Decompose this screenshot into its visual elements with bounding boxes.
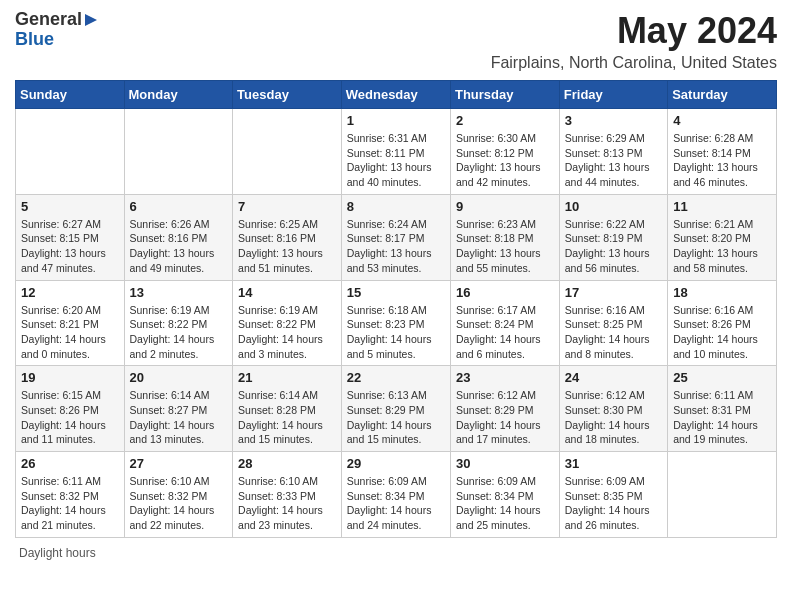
calendar-day-cell: 19Sunrise: 6:15 AMSunset: 8:26 PMDayligh…: [16, 366, 125, 452]
day-number: 6: [130, 199, 228, 214]
calendar-day-cell: 26Sunrise: 6:11 AMSunset: 8:32 PMDayligh…: [16, 452, 125, 538]
daylight-label: Daylight hours: [19, 546, 96, 560]
day-info: Sunrise: 6:14 AMSunset: 8:28 PMDaylight:…: [238, 388, 336, 447]
col-monday: Monday: [124, 81, 233, 109]
day-number: 2: [456, 113, 554, 128]
title-block: May 2024 Fairplains, North Carolina, Uni…: [491, 10, 777, 72]
day-info: Sunrise: 6:12 AMSunset: 8:29 PMDaylight:…: [456, 388, 554, 447]
logo-blue: Blue: [15, 29, 54, 49]
calendar-day-cell: 6Sunrise: 6:26 AMSunset: 8:16 PMDaylight…: [124, 194, 233, 280]
calendar-day-cell: 1Sunrise: 6:31 AMSunset: 8:11 PMDaylight…: [341, 109, 450, 195]
calendar-day-cell: 9Sunrise: 6:23 AMSunset: 8:18 PMDaylight…: [450, 194, 559, 280]
day-info: Sunrise: 6:18 AMSunset: 8:23 PMDaylight:…: [347, 303, 445, 362]
day-number: 24: [565, 370, 662, 385]
day-info: Sunrise: 6:26 AMSunset: 8:16 PMDaylight:…: [130, 217, 228, 276]
day-number: 16: [456, 285, 554, 300]
day-info: Sunrise: 6:15 AMSunset: 8:26 PMDaylight:…: [21, 388, 119, 447]
logo-icon: [83, 12, 99, 28]
day-number: 15: [347, 285, 445, 300]
calendar-day-cell: 17Sunrise: 6:16 AMSunset: 8:25 PMDayligh…: [559, 280, 667, 366]
calendar-week-row: 5Sunrise: 6:27 AMSunset: 8:15 PMDaylight…: [16, 194, 777, 280]
calendar-day-cell: 13Sunrise: 6:19 AMSunset: 8:22 PMDayligh…: [124, 280, 233, 366]
calendar-header-row: Sunday Monday Tuesday Wednesday Thursday…: [16, 81, 777, 109]
calendar-day-cell: 16Sunrise: 6:17 AMSunset: 8:24 PMDayligh…: [450, 280, 559, 366]
calendar-day-cell: [233, 109, 342, 195]
day-info: Sunrise: 6:14 AMSunset: 8:27 PMDaylight:…: [130, 388, 228, 447]
col-thursday: Thursday: [450, 81, 559, 109]
day-number: 19: [21, 370, 119, 385]
day-info: Sunrise: 6:24 AMSunset: 8:17 PMDaylight:…: [347, 217, 445, 276]
day-info: Sunrise: 6:11 AMSunset: 8:32 PMDaylight:…: [21, 474, 119, 533]
calendar-day-cell: 12Sunrise: 6:20 AMSunset: 8:21 PMDayligh…: [16, 280, 125, 366]
calendar-table: Sunday Monday Tuesday Wednesday Thursday…: [15, 80, 777, 538]
calendar-day-cell: 11Sunrise: 6:21 AMSunset: 8:20 PMDayligh…: [668, 194, 777, 280]
day-info: Sunrise: 6:12 AMSunset: 8:30 PMDaylight:…: [565, 388, 662, 447]
day-info: Sunrise: 6:27 AMSunset: 8:15 PMDaylight:…: [21, 217, 119, 276]
day-info: Sunrise: 6:21 AMSunset: 8:20 PMDaylight:…: [673, 217, 771, 276]
calendar-day-cell: 10Sunrise: 6:22 AMSunset: 8:19 PMDayligh…: [559, 194, 667, 280]
day-number: 13: [130, 285, 228, 300]
calendar-day-cell: 31Sunrise: 6:09 AMSunset: 8:35 PMDayligh…: [559, 452, 667, 538]
calendar-day-cell: 24Sunrise: 6:12 AMSunset: 8:30 PMDayligh…: [559, 366, 667, 452]
calendar-day-cell: 30Sunrise: 6:09 AMSunset: 8:34 PMDayligh…: [450, 452, 559, 538]
footer: Daylight hours: [15, 546, 777, 560]
calendar-day-cell: 15Sunrise: 6:18 AMSunset: 8:23 PMDayligh…: [341, 280, 450, 366]
day-number: 20: [130, 370, 228, 385]
calendar-day-cell: 2Sunrise: 6:30 AMSunset: 8:12 PMDaylight…: [450, 109, 559, 195]
day-info: Sunrise: 6:16 AMSunset: 8:25 PMDaylight:…: [565, 303, 662, 362]
day-info: Sunrise: 6:25 AMSunset: 8:16 PMDaylight:…: [238, 217, 336, 276]
day-number: 17: [565, 285, 662, 300]
main-title: May 2024: [491, 10, 777, 52]
day-number: 1: [347, 113, 445, 128]
calendar-day-cell: 23Sunrise: 6:12 AMSunset: 8:29 PMDayligh…: [450, 366, 559, 452]
day-number: 11: [673, 199, 771, 214]
calendar-day-cell: [16, 109, 125, 195]
day-number: 25: [673, 370, 771, 385]
calendar-day-cell: 22Sunrise: 6:13 AMSunset: 8:29 PMDayligh…: [341, 366, 450, 452]
svg-marker-0: [85, 14, 97, 26]
day-info: Sunrise: 6:30 AMSunset: 8:12 PMDaylight:…: [456, 131, 554, 190]
day-info: Sunrise: 6:23 AMSunset: 8:18 PMDaylight:…: [456, 217, 554, 276]
day-number: 23: [456, 370, 554, 385]
day-number: 27: [130, 456, 228, 471]
calendar-day-cell: 27Sunrise: 6:10 AMSunset: 8:32 PMDayligh…: [124, 452, 233, 538]
logo-general: General: [15, 9, 82, 29]
subtitle: Fairplains, North Carolina, United State…: [491, 54, 777, 72]
day-number: 30: [456, 456, 554, 471]
day-info: Sunrise: 6:13 AMSunset: 8:29 PMDaylight:…: [347, 388, 445, 447]
calendar-week-row: 19Sunrise: 6:15 AMSunset: 8:26 PMDayligh…: [16, 366, 777, 452]
day-info: Sunrise: 6:09 AMSunset: 8:34 PMDaylight:…: [347, 474, 445, 533]
day-number: 4: [673, 113, 771, 128]
day-number: 5: [21, 199, 119, 214]
calendar-day-cell: [124, 109, 233, 195]
day-number: 9: [456, 199, 554, 214]
day-number: 14: [238, 285, 336, 300]
page-header: General Blue May 2024 Fairplains, North …: [15, 10, 777, 72]
calendar-day-cell: 28Sunrise: 6:10 AMSunset: 8:33 PMDayligh…: [233, 452, 342, 538]
day-info: Sunrise: 6:17 AMSunset: 8:24 PMDaylight:…: [456, 303, 554, 362]
day-info: Sunrise: 6:19 AMSunset: 8:22 PMDaylight:…: [238, 303, 336, 362]
calendar-week-row: 1Sunrise: 6:31 AMSunset: 8:11 PMDaylight…: [16, 109, 777, 195]
col-saturday: Saturday: [668, 81, 777, 109]
day-number: 18: [673, 285, 771, 300]
day-number: 31: [565, 456, 662, 471]
day-number: 8: [347, 199, 445, 214]
day-info: Sunrise: 6:19 AMSunset: 8:22 PMDaylight:…: [130, 303, 228, 362]
calendar-day-cell: 8Sunrise: 6:24 AMSunset: 8:17 PMDaylight…: [341, 194, 450, 280]
col-wednesday: Wednesday: [341, 81, 450, 109]
day-number: 7: [238, 199, 336, 214]
calendar-day-cell: 7Sunrise: 6:25 AMSunset: 8:16 PMDaylight…: [233, 194, 342, 280]
day-info: Sunrise: 6:11 AMSunset: 8:31 PMDaylight:…: [673, 388, 771, 447]
day-number: 28: [238, 456, 336, 471]
calendar-day-cell: 5Sunrise: 6:27 AMSunset: 8:15 PMDaylight…: [16, 194, 125, 280]
day-number: 21: [238, 370, 336, 385]
day-info: Sunrise: 6:31 AMSunset: 8:11 PMDaylight:…: [347, 131, 445, 190]
calendar-day-cell: 4Sunrise: 6:28 AMSunset: 8:14 PMDaylight…: [668, 109, 777, 195]
col-tuesday: Tuesday: [233, 81, 342, 109]
day-info: Sunrise: 6:10 AMSunset: 8:32 PMDaylight:…: [130, 474, 228, 533]
day-info: Sunrise: 6:22 AMSunset: 8:19 PMDaylight:…: [565, 217, 662, 276]
calendar-week-row: 26Sunrise: 6:11 AMSunset: 8:32 PMDayligh…: [16, 452, 777, 538]
calendar-day-cell: [668, 452, 777, 538]
day-number: 12: [21, 285, 119, 300]
logo: General Blue: [15, 10, 99, 50]
